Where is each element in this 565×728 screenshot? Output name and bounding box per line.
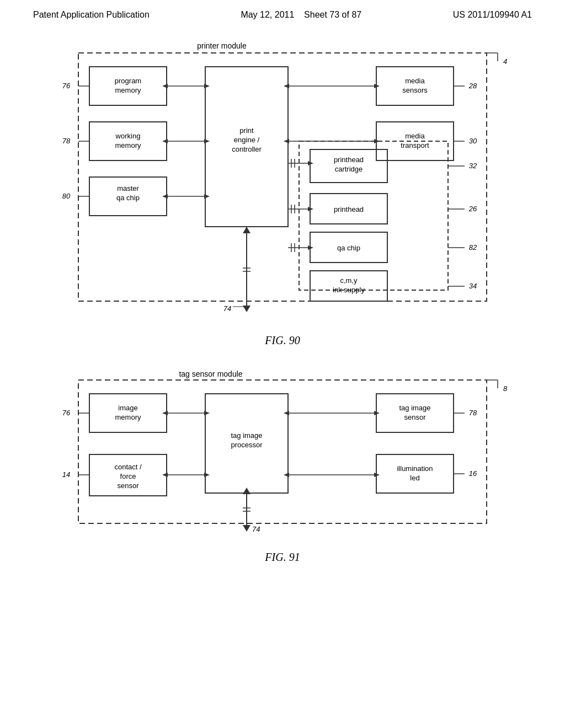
svg-marker-91 [284,411,289,415]
header-left: Patent Application Publication [33,10,150,20]
header-right: US 2011/109940 A1 [453,10,532,20]
svg-marker-46 [284,139,289,143]
image-memory-label: image [118,404,137,412]
svg-rect-65 [78,380,487,523]
ref-16: 16 [469,469,477,478]
svg-text:engine /: engine / [234,136,260,144]
svg-text:sensor: sensor [404,413,426,421]
qa-chip-label: qa chip [337,244,360,252]
ref-28: 28 [468,82,477,90]
fig91-section: tag sensor module 8 image memory contact… [0,369,565,586]
svg-marker-96 [243,525,250,532]
ref-76-fig91: 76 [62,409,71,417]
svg-text:cartridge: cartridge [335,165,363,173]
ref-78-fig90: 78 [62,137,71,145]
ref-30: 30 [469,137,477,145]
svg-text:force: force [120,472,136,480]
tag-image-processor-label: tag image [231,431,262,440]
ref-32: 32 [469,162,477,170]
ref-74-fig90: 74 [223,304,231,313]
sheet-info: Sheet 73 of 87 [304,10,361,19]
header-center: May 12, 2011 Sheet 73 of 87 [241,10,361,20]
program-memory-label: program [115,77,141,85]
svg-text:controller: controller [232,145,262,153]
ref-74-fig91: 74 [252,525,260,533]
media-sensors-label: media [405,77,425,85]
printhead-cartridge-label: printhead [334,156,364,164]
svg-marker-43 [284,84,289,88]
ref-8: 8 [503,384,508,393]
printer-module-label: printer module [197,41,247,50]
contact-force-sensor-label: contact / [114,463,142,471]
ref-14: 14 [62,470,70,479]
svg-rect-3 [299,141,448,290]
tag-sensor-module-label: tag sensor module [179,370,242,378]
printhead-label: printhead [334,205,364,213]
svg-text:sensor: sensor [117,481,139,490]
svg-marker-62 [243,227,250,233]
working-memory-label: working [115,132,141,140]
svg-marker-61 [243,306,250,312]
svg-marker-39 [204,194,210,199]
illumination-led-label: illumination [397,464,433,473]
svg-text:transport: transport [401,141,429,149]
svg-marker-36 [204,139,210,143]
svg-text:memory: memory [115,141,141,149]
svg-marker-87 [204,473,210,477]
svg-text:memory: memory [115,86,141,94]
svg-marker-40 [162,194,168,199]
fig91-label: FIG. 91 [33,551,532,564]
media-transport-label: media [405,132,425,140]
svg-marker-84 [204,411,210,415]
fig91-diagram: tag sensor module 8 image memory contact… [45,369,520,545]
svg-text:processor: processor [231,441,263,449]
ref-76-top: 76 [62,82,71,90]
svg-text:qa chip: qa chip [116,194,140,202]
print-engine-label: print [239,126,254,135]
fig90-section: printer module 4 program memory working … [0,25,565,369]
svg-text:led: led [410,474,419,482]
master-qa-chip-label: master [117,184,139,192]
ref-34: 34 [469,282,477,290]
svg-text:ink supply: ink supply [333,286,365,294]
fig90-diagram: printer module 4 program memory working … [45,36,520,329]
svg-marker-33 [204,84,210,88]
svg-marker-37 [162,139,168,143]
ref-78-fig91: 78 [469,409,477,417]
tag-image-sensor-label: tag image [399,404,430,412]
page-header: Patent Application Publication May 12, 2… [0,0,565,25]
ref-80: 80 [62,192,71,200]
svg-marker-85 [162,411,168,415]
svg-text:memory: memory [115,413,141,421]
svg-marker-97 [243,488,250,494]
svg-marker-94 [284,473,289,477]
svg-marker-88 [162,473,168,477]
fig90-label: FIG. 90 [33,334,532,347]
ref-82: 82 [469,243,477,251]
svg-marker-34 [162,84,168,88]
cmy-ink-supply-label: c,m,y [340,276,358,285]
svg-text:sensors: sensors [402,86,428,94]
ref-26: 26 [468,205,477,213]
ref-4: 4 [503,57,507,66]
